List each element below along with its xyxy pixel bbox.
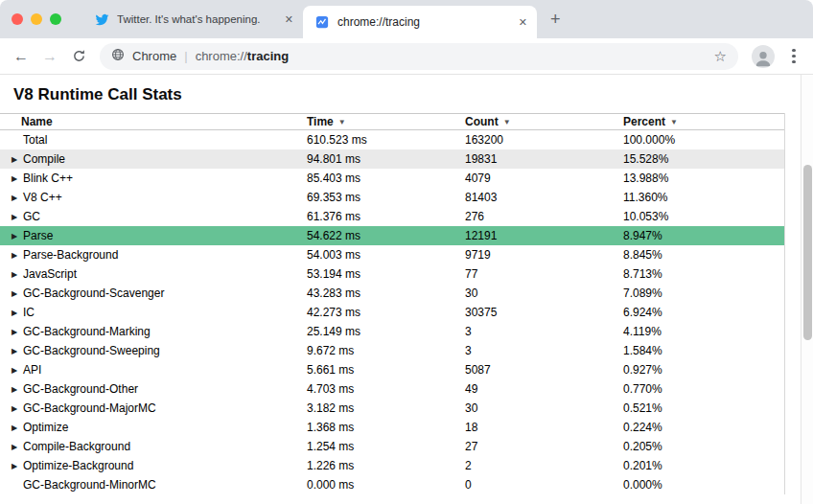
stats-table: Name Time ▼ Count ▼ Percent ▼ Total xyxy=(0,113,785,494)
cell-time: 4.703 ms xyxy=(307,382,465,396)
expander-icon[interactable]: ▶ xyxy=(12,424,23,432)
page-title: V8 Runtime Call Stats xyxy=(0,75,813,113)
site-name: Chrome xyxy=(132,49,176,63)
minimize-window-button[interactable] xyxy=(31,13,42,25)
cell-time: 5.661 ms xyxy=(307,363,465,377)
page-scrollbar[interactable] xyxy=(801,75,813,504)
cell-count: 81403 xyxy=(465,191,623,204)
expander-icon[interactable]: ▶ xyxy=(12,289,23,298)
cell-time: 0.000 ms xyxy=(307,478,465,492)
forward-button[interactable]: → xyxy=(36,43,63,70)
table-row[interactable]: ▶ V8 C++ 69.353 ms 81403 11.360% xyxy=(0,188,784,207)
expander-icon[interactable]: ▶ xyxy=(12,404,23,413)
expander-icon[interactable]: ▶ xyxy=(12,270,23,279)
tracing-icon xyxy=(314,14,330,30)
table-row[interactable]: ▶ IC 42.273 ms 30375 6.924% xyxy=(0,303,784,322)
expander-icon[interactable]: ▶ xyxy=(12,309,23,317)
menu-icon[interactable] xyxy=(782,45,805,68)
close-tab-icon[interactable]: ✕ xyxy=(285,13,293,26)
expander-icon[interactable]: ▶ xyxy=(12,366,23,375)
cell-name: API xyxy=(23,363,41,377)
cell-percent: 10.053% xyxy=(623,210,784,223)
expander-icon[interactable]: ▶ xyxy=(12,443,23,451)
expander-icon[interactable]: ▶ xyxy=(12,347,23,355)
browser-window: Twitter. It's what's happening. ✕ chrome… xyxy=(0,0,813,504)
expander-icon[interactable]: ▶ xyxy=(12,328,23,336)
cell-percent: 8.845% xyxy=(623,248,784,262)
back-button[interactable]: ← xyxy=(8,43,35,70)
expander-icon[interactable]: ▶ xyxy=(12,213,23,221)
table-row[interactable]: ▶ Parse-Background 54.003 ms 9719 8.845% xyxy=(0,245,784,264)
close-window-button[interactable] xyxy=(12,13,23,25)
tab-title: Twitter. It's what's happening. xyxy=(117,13,277,25)
table-row[interactable]: Total 610.523 ms 163200 100.000% xyxy=(0,130,784,149)
url-scheme: chrome:// xyxy=(196,49,247,63)
column-header-time[interactable]: Time ▼ xyxy=(307,115,465,128)
table-row[interactable]: GC-Background-MinorMC 0.000 ms 0 0.000% xyxy=(0,475,784,494)
table-row[interactable]: ▶ GC-Background-Scavenger 43.283 ms 30 7… xyxy=(0,284,784,303)
table-row[interactable]: ▶ Optimize 1.368 ms 18 0.224% xyxy=(0,418,784,437)
table-row[interactable]: ▶ GC-Background-Sweeping 9.672 ms 3 1.58… xyxy=(0,341,784,360)
scrollbar-thumb[interactable] xyxy=(803,165,812,340)
table-row[interactable]: ▶ Optimize-Background 1.226 ms 2 0.201% xyxy=(0,456,784,475)
cell-percent: 0.927% xyxy=(623,363,784,377)
table-row[interactable]: ▶ GC-Background-MajorMC 3.182 ms 30 0.52… xyxy=(0,399,784,418)
sort-desc-icon: ▼ xyxy=(670,118,678,126)
expander-icon[interactable]: ▶ xyxy=(12,462,23,470)
expander-icon[interactable]: ▶ xyxy=(12,155,23,164)
cell-percent: 100.000% xyxy=(623,133,784,147)
table-row[interactable]: ▶ GC-Background-Other 4.703 ms 49 0.770% xyxy=(0,379,784,399)
table-row[interactable]: ▶ API 5.661 ms 5087 0.927% xyxy=(0,360,784,379)
browser-toolbar: ← → Chrome | chrome://tracing ☆ xyxy=(0,38,813,75)
table-row[interactable]: ▶ Parse 54.622 ms 12191 8.947% xyxy=(0,226,784,245)
column-header-count[interactable]: Count ▼ xyxy=(465,115,623,128)
cell-percent: 8.947% xyxy=(623,229,784,242)
cell-name: Compile-Background xyxy=(23,440,130,453)
expander-icon[interactable]: ▶ xyxy=(12,232,23,241)
address-bar[interactable]: Chrome | chrome://tracing ☆ xyxy=(100,43,738,70)
cell-count: 12191 xyxy=(465,229,623,242)
bookmark-star-icon[interactable]: ☆ xyxy=(714,48,727,65)
cell-count: 4079 xyxy=(465,172,623,185)
profile-avatar[interactable] xyxy=(752,45,775,68)
cell-name: IC xyxy=(23,306,35,319)
cell-name: Optimize-Background xyxy=(23,459,133,472)
table-row[interactable]: ▶ Blink C++ 85.403 ms 4079 13.988% xyxy=(0,169,784,188)
tab-tracing[interactable]: chrome://tracing ✕ xyxy=(303,6,537,38)
cell-count: 18 xyxy=(465,421,623,434)
cell-percent: 0.000% xyxy=(623,478,784,492)
table-row[interactable]: ▶ GC-Background-Marking 25.149 ms 3 4.11… xyxy=(0,322,784,341)
globe-icon[interactable] xyxy=(111,48,125,64)
table-row[interactable]: ▶ Compile 94.801 ms 19831 15.528% xyxy=(0,149,784,169)
page-content: V8 Runtime Call Stats Name Time ▼ Count … xyxy=(0,75,813,504)
expander-icon[interactable]: ▶ xyxy=(12,385,23,394)
column-label: Count xyxy=(465,115,499,128)
reload-button[interactable] xyxy=(65,43,92,70)
table-row[interactable]: ▶ Compile-Background 1.254 ms 27 0.205% xyxy=(0,437,784,456)
cell-count: 3 xyxy=(465,325,623,338)
column-header-percent[interactable]: Percent ▼ xyxy=(623,115,784,128)
new-tab-button[interactable]: + xyxy=(537,0,574,38)
cell-count: 163200 xyxy=(465,133,623,147)
cell-percent: 7.089% xyxy=(623,286,784,300)
expander-icon[interactable]: ▶ xyxy=(12,251,23,260)
cell-name: GC-Background-Scavenger xyxy=(23,286,164,300)
cell-count: 77 xyxy=(465,267,623,281)
cell-count: 276 xyxy=(465,210,623,223)
expander-icon[interactable]: ▶ xyxy=(12,174,23,183)
table-row[interactable]: ▶ GC 61.376 ms 276 10.053% xyxy=(0,207,784,226)
table-row[interactable]: ▶ JavaScript 53.194 ms 77 8.713% xyxy=(0,264,784,284)
cell-name: GC xyxy=(23,210,40,223)
cell-count: 0 xyxy=(465,478,623,492)
cell-percent: 0.205% xyxy=(623,440,784,453)
cell-percent: 11.360% xyxy=(623,191,784,204)
zoom-window-button[interactable] xyxy=(50,13,61,25)
column-header-name: Name xyxy=(0,115,307,128)
cell-count: 2 xyxy=(465,459,623,472)
expander-icon[interactable]: ▶ xyxy=(12,194,23,202)
sort-desc-icon: ▼ xyxy=(338,118,346,126)
tab-twitter[interactable]: Twitter. It's what's happening. ✕ xyxy=(82,0,303,38)
url-separator: | xyxy=(184,49,187,63)
cell-name: V8 C++ xyxy=(23,191,62,204)
close-tab-icon[interactable]: ✕ xyxy=(519,16,527,29)
